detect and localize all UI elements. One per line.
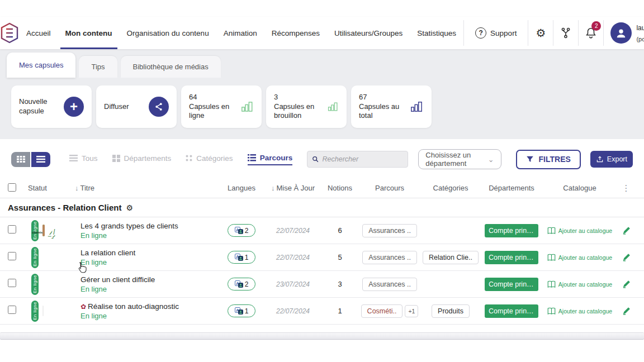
languages-badge[interactable]: A 1 bbox=[228, 251, 255, 264]
languages-badge[interactable]: A 1 bbox=[228, 304, 255, 317]
nav-item-accueil[interactable]: Accueil bbox=[19, 17, 58, 49]
capsule-title[interactable]: Gérer un client difficile bbox=[80, 275, 219, 284]
add-to-catalogue-button[interactable]: Ajouter au catalogue bbox=[543, 307, 616, 315]
nav-item-utilisateurs[interactable]: Utilisateurs/Groupes bbox=[327, 17, 410, 49]
notions-count: 3 bbox=[322, 280, 358, 288]
user-menu[interactable]: lauren.peres@beedeez.com (pour Beedeez i… bbox=[604, 17, 644, 49]
row-checkbox[interactable] bbox=[8, 252, 16, 260]
col-notions: Notions bbox=[322, 184, 358, 192]
stat-text: 67 Capsules au total bbox=[359, 93, 410, 121]
new-capsule-card[interactable]: Nouvelle capsule + bbox=[11, 85, 92, 128]
grid-view-button[interactable] bbox=[11, 152, 30, 167]
nav-item-recompenses[interactable]: Récompenses bbox=[264, 17, 327, 49]
notions-count: 1 bbox=[322, 307, 358, 315]
search-input[interactable] bbox=[323, 155, 404, 163]
nav-label: Organisation du contenu bbox=[127, 29, 209, 37]
stat-card-online[interactable]: 64 Capsules en ligne bbox=[181, 85, 262, 128]
table-row[interactable]: En ligne Gérer un client difficile En li… bbox=[0, 271, 644, 298]
parcours-chip[interactable]: Assurances .. bbox=[362, 224, 417, 237]
filtres-button[interactable]: FILTRES bbox=[516, 150, 581, 169]
filter-label: Tous bbox=[82, 154, 98, 163]
stat-label: Capsules en ligne bbox=[189, 102, 229, 120]
add-to-catalogue-button[interactable]: Ajouter au catalogue bbox=[543, 254, 616, 261]
department-chip[interactable]: Compte principa bbox=[485, 278, 538, 291]
edit-button[interactable] bbox=[616, 226, 636, 235]
bar-chart-icon bbox=[328, 100, 339, 113]
col-mise-a-jour[interactable]: ↓Mise À Jour bbox=[264, 184, 322, 192]
notifications-button[interactable]: 2 bbox=[579, 17, 603, 49]
search-icon bbox=[312, 155, 319, 163]
capsule-title[interactable]: La relation client bbox=[80, 249, 219, 257]
nav-label: Mon contenu bbox=[65, 29, 112, 37]
table-row[interactable]: En ligne La relation client En ligne A 1… bbox=[0, 244, 644, 271]
filter-bar: Tous Départements Catégories bbox=[0, 139, 644, 178]
row-checkbox[interactable] bbox=[8, 225, 16, 234]
department-chip[interactable]: Compte principa bbox=[485, 304, 538, 318]
capsule-title[interactable]: Les 4 grands types de clients bbox=[80, 222, 219, 230]
plus-icon[interactable]: + bbox=[64, 97, 84, 117]
tab-mes-capsules[interactable]: Mes capsules bbox=[7, 53, 75, 78]
col-titre[interactable]: ↓Titre bbox=[75, 184, 219, 192]
parcours-chip[interactable]: Assurances .. bbox=[362, 251, 417, 264]
stat-card-total[interactable]: 67 Capsules au total bbox=[351, 85, 432, 128]
add-to-catalogue-button[interactable]: Ajouter au catalogue bbox=[543, 280, 616, 288]
row-checkbox[interactable] bbox=[8, 306, 16, 314]
nav-item-organisation[interactable]: Organisation du contenu bbox=[120, 17, 216, 49]
filter-departements[interactable]: Départements bbox=[112, 154, 172, 165]
pencil-icon bbox=[622, 306, 631, 316]
capsule-title[interactable]: ✿Réalise ton auto-diagnostic bbox=[80, 302, 219, 311]
nav-item-statistiques[interactable]: Statistiques bbox=[410, 17, 463, 49]
table-row[interactable]: En ligne ✿Réalise ton auto-diagnostic En… bbox=[0, 298, 644, 325]
edit-button[interactable] bbox=[616, 253, 636, 262]
parcours-chip[interactable]: Assurances .. bbox=[362, 278, 417, 291]
settings-button[interactable]: ⚙ bbox=[528, 17, 553, 49]
beedeez-logo-icon bbox=[0, 22, 19, 44]
capsule-state[interactable]: En ligne bbox=[80, 285, 219, 293]
versions-button[interactable] bbox=[553, 17, 578, 49]
capsule-state[interactable]: En ligne bbox=[80, 231, 219, 240]
col-categories: Catégories bbox=[422, 184, 480, 192]
parcours-more-chip[interactable]: +1 bbox=[405, 305, 418, 317]
export-button[interactable]: Export bbox=[590, 151, 633, 168]
filter-categories[interactable]: Catégories bbox=[186, 154, 233, 165]
support-label: Support bbox=[490, 29, 517, 37]
table-row[interactable]: En ligne 4clients Les 4 grands types de … bbox=[0, 217, 644, 244]
share-icon[interactable] bbox=[149, 97, 169, 117]
support-button[interactable]: ? Support bbox=[464, 17, 528, 49]
department-chip[interactable]: Compte principa bbox=[485, 224, 538, 237]
languages-badge[interactable]: A 2 bbox=[228, 278, 255, 290]
category-chip[interactable]: Relation Clie.. bbox=[423, 251, 479, 264]
group-gear-icon[interactable]: ⚙ bbox=[126, 203, 133, 212]
parcours-chip[interactable]: Cosméti.. bbox=[361, 304, 403, 318]
edit-button[interactable] bbox=[616, 279, 636, 289]
book-icon bbox=[547, 227, 556, 235]
select-all-checkbox[interactable] bbox=[8, 183, 16, 192]
add-to-catalogue-button[interactable]: Ajouter au catalogue bbox=[543, 227, 616, 235]
updated-date: 23/07/2024 bbox=[264, 280, 322, 288]
nav-item-mon-contenu[interactable]: Mon contenu bbox=[58, 17, 120, 49]
horizontal-scrollbar[interactable] bbox=[0, 332, 644, 340]
category-chip[interactable]: Produits bbox=[432, 304, 470, 318]
edit-button[interactable] bbox=[616, 306, 636, 316]
row-checkbox[interactable] bbox=[8, 279, 16, 287]
department-chip[interactable]: Compte principa bbox=[485, 251, 538, 264]
diffuser-card[interactable]: Diffuser bbox=[96, 85, 177, 128]
stat-card-draft[interactable]: 3 Capsules en brouillon bbox=[266, 85, 347, 128]
capsule-thumbnail[interactable] bbox=[42, 306, 44, 316]
list-view-button[interactable] bbox=[31, 152, 50, 167]
tab-tips[interactable]: Tips bbox=[79, 56, 117, 78]
capsule-thumbnail[interactable]: 4clients bbox=[42, 225, 45, 236]
beedeez-logo[interactable] bbox=[0, 17, 19, 49]
tab-bibliotheque[interactable]: Bibliothèque de médias bbox=[121, 56, 221, 78]
languages-badge[interactable]: A 2 bbox=[228, 224, 255, 237]
updated-date: 22/07/2024 bbox=[264, 307, 322, 315]
filter-tous[interactable]: Tous bbox=[69, 154, 98, 165]
filter-tabs: Tous Départements Catégories bbox=[69, 154, 292, 165]
book-icon bbox=[547, 307, 556, 315]
nav-item-animation[interactable]: Animation bbox=[216, 17, 264, 49]
capsule-state[interactable]: En ligne bbox=[80, 258, 219, 266]
filter-parcours[interactable]: Parcours bbox=[248, 154, 293, 165]
capsule-state[interactable]: En ligne bbox=[80, 312, 219, 320]
kebab-menu-icon[interactable]: ⋮ bbox=[616, 183, 636, 193]
department-select[interactable]: Choisissez un département ⌄ bbox=[418, 149, 501, 169]
